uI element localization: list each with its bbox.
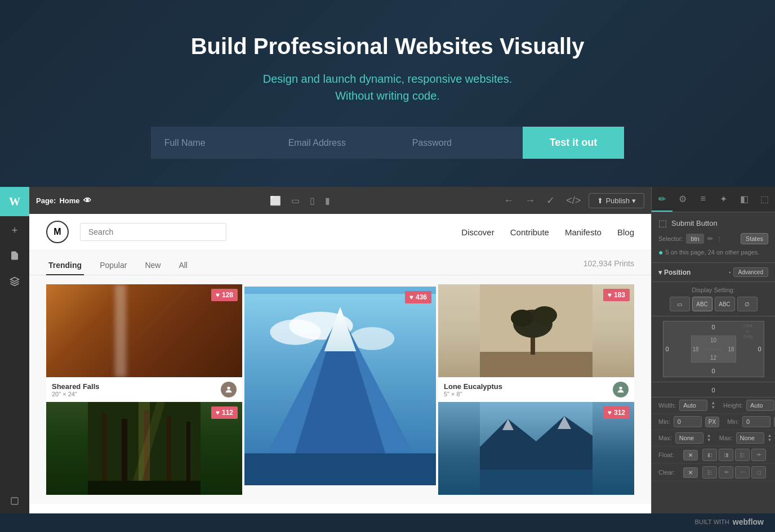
clear-right-icon[interactable]: ⬲: [719, 466, 733, 479]
margin-right-val[interactable]: 0: [758, 346, 761, 352]
tab-trending[interactable]: Trending: [46, 256, 84, 275]
max-row: Max: ▲ ▼ Max: ▲ ▼: [652, 430, 775, 446]
padding-left-val[interactable]: 18: [693, 346, 699, 352]
float-right-alt-icon[interactable]: ⬲: [751, 449, 766, 461]
rp-tab-settings[interactable]: ⚙: [672, 187, 693, 212]
page-indicator: Page: Home 👁: [36, 196, 91, 205]
states-button[interactable]: States: [741, 233, 768, 244]
check-button[interactable]: ✓: [543, 192, 558, 209]
svg-rect-1: [11, 498, 18, 504]
pages-icon[interactable]: [0, 243, 29, 268]
margin-left-val[interactable]: 0: [666, 346, 669, 352]
like-badge-lake: ♥ 312: [603, 406, 630, 419]
site-search-input[interactable]: [80, 223, 226, 241]
undo-button[interactable]: ←: [500, 193, 517, 209]
extra-margin-val[interactable]: 0: [711, 387, 715, 394]
avatar: [221, 382, 237, 397]
down-arrow-icon: ▼: [711, 405, 715, 410]
heart-icon: ♥: [216, 291, 220, 299]
more-options-icon[interactable]: ⋮: [716, 236, 722, 242]
rp-tab-components[interactable]: ◧: [734, 187, 755, 212]
nav-link-discover[interactable]: Discover: [461, 227, 494, 237]
publish-button[interactable]: ⬆ Publish ▾: [589, 193, 644, 208]
password-input[interactable]: [399, 127, 523, 159]
webflow-brand: webflow: [733, 517, 764, 526]
nav-link-blog[interactable]: Blog: [617, 227, 634, 237]
display-label: Display Setting:: [658, 287, 768, 293]
rp-tab-style[interactable]: ✏: [652, 187, 672, 212]
height-input[interactable]: [746, 400, 774, 411]
float-right-icon[interactable]: ◨: [719, 449, 733, 461]
padding-right-val[interactable]: 18: [728, 346, 734, 352]
rp-tab-interactions[interactable]: ✦: [714, 187, 734, 212]
max-width-stepper[interactable]: ▲ ▼: [707, 433, 711, 442]
tablet-portrait-icon[interactable]: ▯: [308, 193, 317, 208]
tablet-icon[interactable]: ▭: [289, 193, 302, 208]
display-none-opt[interactable]: ∅: [737, 297, 758, 311]
rp-tab-assets[interactable]: ⬚: [755, 187, 776, 212]
display-block-opt[interactable]: ▭: [670, 297, 690, 311]
tab-all[interactable]: All: [176, 256, 190, 275]
resize-icon[interactable]: [0, 489, 29, 513]
float-options: ◧ ◨ ⬱ ⬲: [702, 449, 766, 461]
padding-top-val[interactable]: 10: [710, 337, 716, 343]
like-badge-forest: ♥ 112: [211, 406, 238, 419]
clear-none-icon[interactable]: ◻: [751, 466, 766, 479]
heart-icon: ♥: [608, 291, 612, 299]
clear-x-button[interactable]: ✕: [683, 467, 698, 478]
clear-both-icon[interactable]: ⬳: [735, 466, 750, 479]
nav-link-contribute[interactable]: Contribute: [510, 227, 549, 237]
code-button[interactable]: </>: [563, 193, 584, 209]
float-left-alt-icon[interactable]: ⬱: [735, 449, 750, 461]
svg-rect-12: [480, 352, 593, 377]
desktop-icon[interactable]: ⬜: [268, 193, 283, 208]
display-inline-block-opt[interactable]: ABC: [692, 297, 712, 311]
preview-area: M Discover Contribute Manifesto Blog Tre…: [29, 214, 651, 513]
email-input[interactable]: [275, 127, 399, 159]
heart-icon: ♥: [608, 409, 612, 417]
svg-rect-10: [244, 453, 436, 478]
like-badge-tree: ♥ 183: [603, 289, 630, 301]
redo-button[interactable]: →: [522, 193, 538, 209]
advanced-button[interactable]: Advanced: [733, 267, 768, 277]
width-stepper[interactable]: ▲ ▼: [711, 401, 715, 410]
add-icon[interactable]: ＋: [0, 217, 29, 242]
clear-left-icon[interactable]: ⬱: [702, 466, 717, 479]
svg-point-2: [227, 387, 230, 390]
svg-point-16: [532, 306, 557, 324]
tab-popular[interactable]: Popular: [97, 256, 129, 275]
box-model-visual: 0 0 0 0 10 12 18 18 PADDING: [663, 321, 764, 377]
float-x-button[interactable]: ✕: [683, 450, 698, 461]
full-name-input[interactable]: [151, 127, 275, 159]
padding-label: PADDING: [703, 347, 724, 352]
margin-bottom-val[interactable]: 0: [711, 368, 715, 374]
test-it-out-button[interactable]: Test it out: [523, 127, 625, 159]
min-height-input[interactable]: [742, 416, 770, 427]
padding-bottom-val[interactable]: 12: [710, 355, 716, 361]
eye-icon[interactable]: 👁: [83, 196, 91, 205]
webflow-logo[interactable]: W: [0, 187, 29, 216]
layers-icon[interactable]: [0, 269, 29, 294]
selector-info: ● 5 on this page, 24 on other pages.: [658, 248, 768, 257]
mobile-icon[interactable]: ▮: [323, 193, 332, 208]
tab-new[interactable]: New: [142, 256, 163, 275]
image-card-info: Sheared Falls 20" × 24": [46, 377, 242, 402]
rp-tab-layout[interactable]: ≡: [693, 187, 714, 212]
min-width-unit[interactable]: PX: [705, 417, 719, 427]
max-width-input[interactable]: [675, 432, 703, 444]
built-with-footer: BUILT WITH webflow: [694, 517, 764, 526]
margin-top-val[interactable]: 0: [711, 324, 715, 330]
image-grid: ♥ 128 Sheared Falls 20" × 24": [29, 275, 651, 504]
width-input[interactable]: [679, 400, 707, 411]
float-left-icon[interactable]: ◧: [702, 449, 717, 461]
edit-icon[interactable]: ✏: [707, 235, 713, 243]
main-area: Page: Home 👁 ⬜ ▭ ▯ ▮ ← → ✓ </> ⬆ Publish: [29, 187, 651, 513]
list-item: ♥ 436: [244, 287, 436, 493]
selector-tag[interactable]: btn: [686, 234, 703, 244]
min-width-input[interactable]: [674, 416, 702, 427]
max-height-input[interactable]: [736, 432, 764, 444]
nav-link-manifesto[interactable]: Manifesto: [565, 227, 602, 237]
site-nav-links: Discover Contribute Manifesto Blog: [461, 227, 634, 237]
display-inline-opt[interactable]: ABC: [715, 297, 735, 311]
max-height-stepper[interactable]: ▲ ▼: [768, 433, 772, 442]
